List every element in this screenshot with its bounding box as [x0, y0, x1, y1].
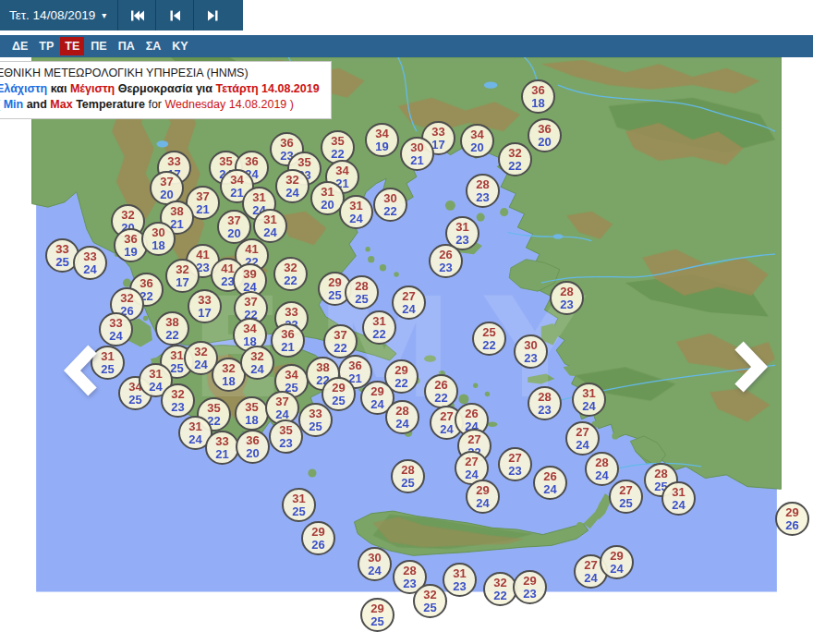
max-temp-value: 27 — [576, 426, 589, 439]
min-temp-value: 24 — [610, 563, 623, 576]
min-temp-value: 22 — [165, 329, 178, 342]
temp-marker: 2823 — [550, 281, 584, 315]
max-temp-value: 31 — [672, 486, 685, 499]
max-temp-value: 41 — [196, 249, 209, 261]
max-temp-value: 28 — [538, 391, 551, 404]
next-day-button[interactable] — [193, 0, 231, 30]
temp-marker: 3222 — [273, 257, 308, 291]
weekday-tab-ΤΡ[interactable]: ΤΡ — [34, 37, 58, 56]
max-temp-value: 32 — [176, 263, 188, 276]
temp-marker: 2924 — [466, 480, 500, 514]
min-temp-value: 23 — [171, 401, 184, 414]
max-temp-value: 37 — [227, 214, 240, 227]
skip-to-first-icon — [130, 10, 144, 21]
max-temp-value: 26 — [465, 407, 478, 420]
temp-marker: 2924 — [600, 545, 634, 579]
min-temp-value: 25 — [401, 477, 414, 490]
max-temp-value: 38 — [170, 205, 183, 218]
max-temp-value: 33 — [215, 435, 228, 448]
max-temp-value: 32 — [171, 388, 184, 401]
min-temp-value: 24 — [370, 398, 383, 411]
step-next-icon — [207, 10, 219, 21]
max-temp-value: 27 — [465, 456, 478, 468]
min-temp-value: 25 — [619, 497, 632, 510]
max-temp-value: 30 — [152, 226, 164, 239]
temp-marker: 3024 — [358, 547, 392, 581]
min-temp-value: 22 — [434, 392, 447, 405]
min-temp-value: 22 — [508, 160, 521, 173]
max-temp-value: 30 — [524, 339, 537, 352]
max-temp-value: 28 — [403, 565, 416, 577]
max-temp-value: 32 — [285, 174, 298, 187]
min-temp-value: 24 — [349, 213, 362, 225]
temp-marker: 3522 — [321, 130, 355, 164]
weekday-tab-ΚΥ[interactable]: ΚΥ — [167, 37, 192, 56]
min-temp-value: 21 — [215, 448, 228, 461]
date-label: Τετ. 14/08/2019 — [9, 8, 95, 22]
min-temp-value: 25 — [170, 362, 183, 375]
max-temp-value: 38 — [316, 361, 329, 374]
temp-marker: 3722 — [323, 324, 358, 358]
max-temp-value: 37 — [275, 395, 288, 408]
first-day-button[interactable] — [117, 0, 155, 30]
max-temp-value: 27 — [584, 559, 597, 572]
temp-marker: 3022 — [373, 188, 407, 222]
min-temp-value: 24 — [476, 497, 489, 510]
max-temp-value: 37 — [160, 176, 173, 188]
map-prev-arrow[interactable] — [61, 342, 103, 397]
legend-line-greek: Ελάχιστη και Μέγιστη Θερμοκρασία για Τετ… — [0, 81, 320, 97]
min-temp-value: 20 — [470, 141, 483, 154]
min-temp-value: 22 — [372, 328, 385, 341]
min-temp-value: 25 — [328, 289, 341, 302]
step-previous-icon — [169, 10, 181, 21]
temp-marker: 3123 — [443, 563, 477, 597]
max-temp-value: 26 — [439, 249, 452, 261]
prev-day-button[interactable] — [155, 0, 193, 30]
min-temp-value: 24 — [194, 358, 207, 371]
temp-marker: 3124 — [661, 481, 696, 516]
max-temp-value: 37 — [334, 329, 346, 342]
min-temp-value: 22 — [284, 274, 297, 287]
max-temp-value: 32 — [423, 589, 436, 601]
min-temp-value: 24 — [576, 439, 589, 452]
weekday-tab-ΠΕ[interactable]: ΠΕ — [86, 37, 111, 56]
min-temp-value: 20 — [321, 199, 334, 212]
weekday-tab-ΣΑ[interactable]: ΣΑ — [141, 37, 166, 56]
max-temp-value: 32 — [120, 292, 133, 305]
min-temp-value: 18 — [531, 97, 544, 110]
max-temp-value: 27 — [402, 290, 415, 303]
weather-map-page: ΕΜΥ 361834193317302134203620322228233022… — [0, 0, 813, 644]
max-temp-value: 36 — [246, 434, 259, 447]
map-next-arrow[interactable] — [730, 338, 772, 394]
min-temp-value: 25 — [370, 615, 383, 628]
date-dropdown[interactable]: Τετ. 14/08/2019 ▾ — [0, 0, 117, 30]
max-temp-value: 37 — [244, 296, 257, 309]
max-temp-value: 35 — [331, 135, 344, 148]
temp-marker: 2522 — [472, 322, 506, 356]
temp-marker: 2623 — [429, 244, 463, 278]
temp-marker: 3124 — [339, 195, 373, 229]
weekday-tab-ΔΕ[interactable]: ΔΕ — [7, 37, 32, 56]
weekday-tab-ΤΕ[interactable]: ΤΕ — [60, 37, 84, 56]
min-temp-value: 23 — [403, 577, 416, 590]
max-temp-value: 36 — [531, 84, 544, 97]
temp-marker: 3224 — [240, 346, 274, 380]
temp-marker: 3317 — [188, 289, 222, 323]
min-temp-value: 21 — [230, 187, 243, 200]
min-temp-value: 24 — [672, 499, 685, 512]
legend-segment: for — [145, 98, 165, 111]
max-temp-value: 25 — [482, 326, 495, 339]
min-temp-value: 22 — [482, 339, 495, 352]
max-temp-value: 29 — [311, 526, 324, 539]
min-temp-value: 19 — [375, 140, 388, 153]
max-temp-value: 33 — [83, 250, 96, 263]
temp-marker: 2925 — [360, 598, 394, 632]
weekday-tab-ΠΑ[interactable]: ΠΑ — [114, 37, 140, 56]
temp-marker: 3225 — [413, 584, 447, 618]
temp-marker: 2622 — [424, 374, 458, 408]
legend-segment: και — [47, 82, 70, 95]
nav-buttons — [117, 0, 231, 30]
legend-box: ΕΘΝΙΚΗ ΜΕΤΕΩΡΟΛΟΓΙΚΗ ΥΠΗΡΕΣΙΑ (HNMS) Ελά… — [0, 61, 332, 119]
min-temp-value: 22 — [394, 377, 407, 390]
max-temp-value: 29 — [328, 276, 341, 289]
